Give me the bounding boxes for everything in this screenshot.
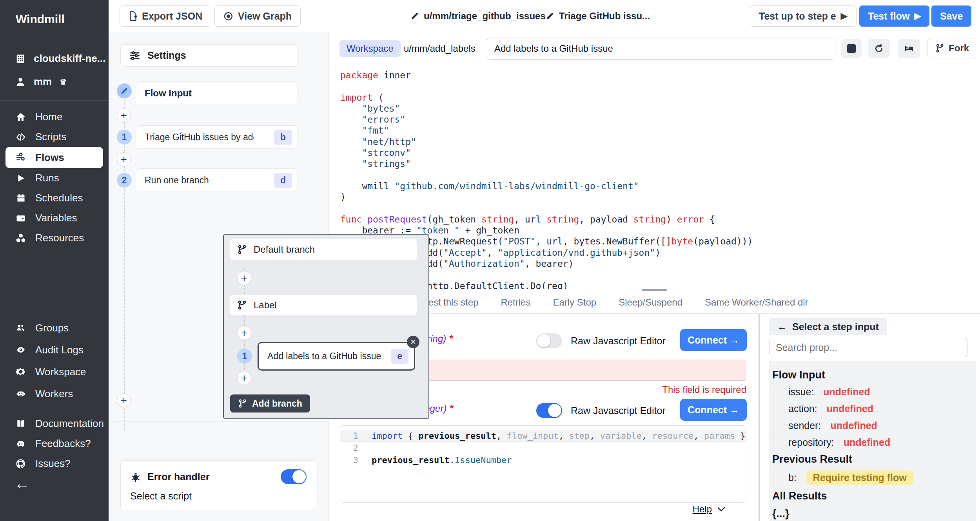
github-icon bbox=[15, 458, 27, 469]
error-handler-script[interactable]: Select a script bbox=[130, 490, 307, 502]
tab-early-stop[interactable]: Early Stop bbox=[553, 291, 596, 313]
sidebar-item-schedules[interactable]: Schedules bbox=[0, 188, 109, 208]
add-branch-step-button[interactable]: + bbox=[237, 326, 251, 340]
branch-icon bbox=[238, 399, 247, 408]
sidebar-item-issues[interactable]: Issues? bbox=[0, 454, 109, 474]
sidebar-item-groups[interactable]: Groups bbox=[0, 317, 109, 339]
add-branch-button[interactable]: Add branch bbox=[230, 394, 310, 412]
user-selector[interactable]: mm ♛ bbox=[0, 70, 109, 93]
step-run-header: Workspace u/mm/add_labels Fork bbox=[328, 32, 980, 65]
sidebar-item-runs[interactable]: Runs bbox=[0, 168, 109, 188]
divider bbox=[109, 422, 328, 422]
sidebar-item-home[interactable]: Home bbox=[0, 107, 109, 127]
test-up-to-step-button[interactable]: Test up to step e ▶ bbox=[750, 5, 857, 27]
discord-icon bbox=[15, 439, 27, 449]
select-step-input-button[interactable]: ← Select a step input bbox=[769, 318, 887, 335]
breadcrumb[interactable]: u/mm/triage_github_issues bbox=[410, 0, 546, 32]
settings-sliders-icon bbox=[129, 50, 140, 61]
building-icon bbox=[15, 53, 26, 64]
workspace-badge: Workspace bbox=[339, 40, 401, 57]
nav-main: Home Scripts Flows Runs Schedules Variab… bbox=[0, 107, 109, 248]
play-icon bbox=[15, 173, 27, 183]
inspector-results: Flow Input issue: undefined action: unde… bbox=[769, 361, 976, 521]
sidebar-item-variables[interactable]: Variables bbox=[0, 208, 109, 228]
wind-icon bbox=[15, 152, 27, 163]
username: mm bbox=[34, 76, 52, 88]
sidebar-item-workers[interactable]: Workers bbox=[0, 383, 109, 405]
eye-icon bbox=[15, 345, 27, 355]
home-icon bbox=[15, 112, 27, 123]
calendar-icon bbox=[15, 193, 27, 203]
sidebar-item-audit-logs[interactable]: Audit Logs bbox=[0, 339, 109, 361]
panel-resize-handle[interactable] bbox=[642, 289, 667, 291]
step-card-b[interactable]: Triage GitHub issues by adding labels ..… bbox=[136, 125, 298, 149]
connect-button[interactable]: Connect → bbox=[680, 399, 747, 421]
bed-icon-button[interactable] bbox=[898, 39, 920, 58]
raw-js-toggle[interactable] bbox=[536, 333, 562, 348]
view-graph-button[interactable]: View Graph bbox=[214, 5, 301, 27]
prop-repository[interactable]: repository: undefined bbox=[773, 434, 974, 451]
flow-input-node-icon[interactable] bbox=[117, 83, 132, 98]
previous-result-heading: Previous Result bbox=[771, 451, 974, 468]
error-handler-toggle[interactable] bbox=[281, 469, 307, 484]
prop-issue[interactable]: issue: undefined bbox=[773, 384, 974, 400]
code-icon bbox=[15, 132, 27, 142]
sidebar-item-documentation[interactable]: Documentation bbox=[0, 414, 109, 434]
refresh-button[interactable] bbox=[868, 39, 890, 58]
help-link[interactable]: Help bbox=[693, 504, 725, 515]
step-summary-input[interactable] bbox=[487, 38, 835, 60]
add-branch-step-button[interactable]: + bbox=[237, 371, 251, 385]
prop-sender[interactable]: sender: undefined bbox=[773, 417, 974, 434]
tab-same-worker[interactable]: Same Worker/Shared dir bbox=[705, 291, 808, 313]
fork-button[interactable]: Fork bbox=[927, 38, 977, 58]
robot-icon bbox=[15, 389, 27, 399]
tab-sleep-suspend[interactable]: Sleep/Suspend bbox=[619, 291, 682, 313]
windmill-flow-editor: Windmill cloudskiff-ne... mm ♛ Home bbox=[0, 0, 980, 521]
gear-icon bbox=[15, 366, 27, 377]
sidebar-item-workspace[interactable]: Workspace bbox=[0, 361, 109, 383]
sidebar-item-feedbacks[interactable]: Feedbacks? bbox=[0, 434, 109, 454]
tab-retries[interactable]: Retries bbox=[501, 291, 530, 313]
add-step-button[interactable]: + bbox=[117, 109, 131, 123]
export-json-button[interactable]: Export JSON bbox=[120, 5, 211, 27]
stop-button[interactable] bbox=[841, 39, 862, 58]
flow-input-heading: Flow Input bbox=[771, 367, 974, 384]
default-branch-card[interactable]: Default branch bbox=[230, 239, 417, 260]
remove-step-button[interactable]: ✕ bbox=[407, 336, 419, 348]
arrow-left-icon: ← bbox=[777, 321, 787, 333]
pencil-icon bbox=[546, 12, 554, 20]
step-input-inspector: ← Select a step input Flow Input issue: … bbox=[762, 314, 980, 521]
raw-js-toggle[interactable] bbox=[536, 403, 562, 418]
save-button[interactable]: Save bbox=[931, 5, 971, 27]
prop-b[interactable]: b: Require testing flow bbox=[773, 468, 974, 488]
sidebar-item-scripts[interactable]: Scripts bbox=[0, 127, 109, 147]
js-expression-editor[interactable]: 1 import { previous_result, flow_input, … bbox=[340, 425, 746, 503]
flow-input-card[interactable]: Flow Input bbox=[136, 81, 298, 105]
step-card-d[interactable]: Run one branch d bbox=[136, 168, 298, 192]
prop-action[interactable]: action: undefined bbox=[773, 400, 974, 417]
pencil-icon bbox=[410, 12, 419, 20]
sidebar-item-flows[interactable]: Flows bbox=[5, 147, 103, 168]
js-line: 2 bbox=[340, 442, 746, 454]
collapse-sidebar-button[interactable]: ← bbox=[14, 475, 30, 492]
export-icon bbox=[129, 11, 137, 21]
raw-js-row: Raw Javascript Editor bbox=[536, 403, 666, 418]
groups-icon bbox=[15, 323, 27, 333]
error-handler-card[interactable]: Error handler Select a script bbox=[120, 460, 316, 510]
selected-step-card-e[interactable]: Add labels to a GitHub issue e bbox=[258, 342, 415, 371]
add-step-button[interactable]: + bbox=[117, 152, 131, 166]
test-flow-button[interactable]: Test flow ▶ bbox=[859, 5, 929, 27]
sidebar-item-resources[interactable]: Resources bbox=[0, 228, 109, 248]
search-prop-input[interactable] bbox=[769, 338, 967, 357]
js-line: 1 import { previous_result, flow_input, … bbox=[340, 430, 746, 442]
tab-test-this-step[interactable]: Test this step bbox=[423, 291, 478, 313]
all-results-value[interactable]: {...} bbox=[771, 505, 974, 520]
add-branch-step-button[interactable]: + bbox=[237, 271, 251, 285]
flow-title-breadcrumb[interactable]: Triage GitHub issu... bbox=[546, 0, 650, 32]
label-branch-card[interactable]: Label bbox=[230, 295, 417, 315]
form-inspector-divider[interactable] bbox=[759, 314, 760, 521]
flow-settings-button[interactable]: Settings bbox=[120, 44, 298, 67]
connect-button[interactable]: Connect → bbox=[680, 329, 747, 351]
workspace-selector[interactable]: cloudskiff-ne... bbox=[0, 47, 109, 70]
add-step-button[interactable]: + bbox=[117, 393, 131, 407]
